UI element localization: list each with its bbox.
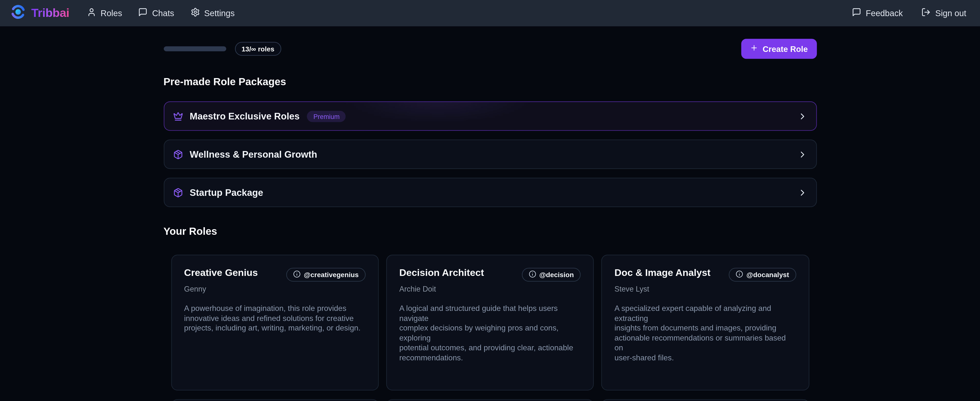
feedback-label: Feedback [866,8,903,18]
role-card-decision-architect[interactable]: Decision Architect @decision Archie Doit… [386,255,594,390]
package-title: Startup Package [190,187,263,198]
role-card-partial[interactable] [601,399,809,401]
create-role-button[interactable]: Create Role [741,39,816,59]
package-icon [173,149,183,160]
role-handle-badge[interactable]: @docanalyst [729,268,796,281]
brand-name: Tribbai [31,6,70,20]
brand-logo[interactable]: Tribbai [10,4,70,22]
info-icon [529,270,536,279]
role-description: A logical and structured guide that help… [399,304,581,363]
package-row-startup[interactable]: Startup Package [163,178,816,207]
card-header: Decision Architect @decision [399,267,581,281]
nav-item-label: Chats [152,8,174,18]
info-icon [736,270,743,279]
card-header: Doc & Image Analyst @docanalyst [614,267,796,281]
role-handle: @creativegenius [304,271,358,279]
role-subtitle: Genny [184,285,366,294]
package-title: Wellness & Personal Growth [190,149,317,160]
role-description: A powerhouse of imagination, this role p… [184,304,366,334]
roles-grid: Creative Genius @creativegenius Genny A … [163,255,816,390]
tribbai-app: Tribbai Roles Chats Settings [0,0,980,401]
package-title: Maestro Exclusive Roles [190,111,300,121]
sign-out-label: Sign out [935,8,966,18]
role-subtitle: Archie Doit [399,285,581,294]
role-handle-badge[interactable]: @decision [522,268,581,281]
role-handle: @decision [539,271,574,279]
chevron-right-icon [797,111,807,121]
roles-toolbar: 13/∞ roles Create Role [163,39,816,59]
role-handle-badge[interactable]: @creativegenius [286,268,366,281]
nav-item-chats[interactable]: Chats [138,8,174,19]
nav-item-label: Roles [100,8,122,18]
nav-right-group: Feedback Sign out [852,8,966,19]
user-icon [87,8,96,19]
log-out-icon [921,8,931,19]
premium-badge: Premium [307,110,346,122]
nav-item-label: Settings [204,8,235,18]
nav-item-settings[interactable]: Settings [191,8,235,19]
message-square-icon [138,8,148,19]
gear-icon [191,8,200,19]
role-subtitle: Steve Lyst [614,285,796,294]
role-handle: @docanalyst [746,271,789,279]
package-icon [173,187,183,198]
primary-nav: Roles Chats Settings [87,8,235,19]
message-square-icon [852,8,861,19]
role-description: A specialized expert capable of analyzin… [614,304,796,363]
screenshot-viewport: Tribbai Roles Chats Settings [0,0,980,401]
premade-packages-title: Pre-made Role Packages [163,76,816,88]
role-title: Doc & Image Analyst [614,267,711,278]
role-card-partial[interactable] [171,399,379,401]
roles-progress-bar [163,46,226,51]
sign-out-button[interactable]: Sign out [921,8,966,19]
role-card-doc-image-analyst[interactable]: Doc & Image Analyst @docanalyst Steve Ly… [601,255,809,390]
crown-icon [173,111,183,121]
plus-icon [750,44,758,54]
package-row-wellness[interactable]: Wellness & Personal Growth [163,139,816,169]
your-roles-title: Your Roles [163,225,816,237]
role-card-creative-genius[interactable]: Creative Genius @creativegenius Genny A … [171,255,379,390]
main-content: 13/∞ roles Create Role Pre-made Role Pac… [163,39,816,401]
top-navbar: Tribbai Roles Chats Settings [0,0,980,26]
roles-count-badge: 13/∞ roles [235,42,281,56]
feedback-button[interactable]: Feedback [852,8,903,19]
card-header: Creative Genius @creativegenius [184,267,366,281]
info-icon [293,270,301,279]
role-title: Decision Architect [399,267,484,278]
nav-item-roles[interactable]: Roles [87,8,122,19]
chevron-right-icon [797,187,807,198]
package-row-maestro[interactable]: Maestro Exclusive Roles Premium [163,101,816,131]
tribbai-logo-icon [10,4,26,22]
create-role-label: Create Role [763,44,808,53]
roles-grid-next-row [163,399,816,401]
role-title: Creative Genius [184,267,258,278]
chevron-right-icon [797,149,807,160]
role-card-partial[interactable] [386,399,594,401]
